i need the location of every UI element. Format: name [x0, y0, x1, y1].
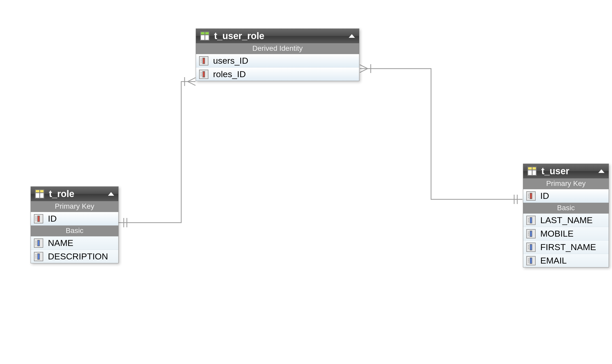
column-row[interactable]: users_ID [196, 54, 359, 68]
section-derived-identity: Derived Identity [196, 43, 359, 54]
column-icon [34, 238, 43, 248]
section-basic: Basic [523, 203, 609, 214]
fk-column-icon [199, 70, 208, 79]
column-row[interactable]: EMAIL [523, 254, 609, 267]
collapse-icon[interactable] [598, 169, 604, 173]
entity-t-user[interactable]: t_user Primary Key ID Basic LAST_NAME MO… [523, 164, 609, 267]
entity-t-role[interactable]: t_role Primary Key ID Basic NAME DESCRIP… [31, 186, 119, 263]
entity-titlebar[interactable]: t_user [523, 164, 609, 178]
collapse-icon[interactable] [108, 192, 114, 196]
table-icon [35, 189, 44, 199]
column-name: users_ID [213, 56, 248, 66]
column-name: DESCRIPTION [48, 251, 108, 261]
column-name: ID [48, 214, 57, 224]
column-icon [34, 252, 43, 261]
section-basic: Basic [31, 225, 118, 236]
entity-title: t_user [541, 166, 594, 177]
column-name: NAME [48, 238, 73, 248]
column-icon [526, 243, 536, 252]
column-name: ID [540, 191, 549, 201]
entity-t-user-role[interactable]: t_user_role Derived Identity users_ID ro… [196, 28, 359, 81]
column-row[interactable]: ID [523, 189, 609, 203]
column-row[interactable]: MOBILE [523, 227, 609, 241]
column-name: FIRST_NAME [540, 242, 596, 252]
column-name: EMAIL [540, 256, 567, 266]
entity-title: t_user_role [214, 31, 344, 41]
column-row[interactable]: NAME [31, 236, 118, 250]
table-icon [527, 166, 537, 176]
pk-column-icon [526, 191, 536, 201]
column-row[interactable]: DESCRIPTION [31, 250, 118, 263]
erd-canvas[interactable]: t_user_role Derived Identity users_ID ro… [0, 0, 612, 364]
column-row[interactable]: LAST_NAME [523, 214, 609, 227]
column-row[interactable]: ID [31, 212, 118, 225]
entity-title: t_role [49, 188, 103, 199]
column-icon [526, 216, 536, 225]
column-name: roles_ID [213, 69, 246, 79]
collapse-icon[interactable] [349, 34, 355, 38]
table-icon [200, 31, 209, 41]
pk-column-icon [34, 214, 43, 223]
section-primary-key: Primary Key [31, 201, 118, 212]
column-row[interactable]: FIRST_NAME [523, 241, 609, 254]
column-name: LAST_NAME [540, 215, 593, 225]
fk-column-icon [199, 56, 208, 65]
column-icon [526, 256, 536, 265]
section-primary-key: Primary Key [523, 178, 609, 189]
column-name: MOBILE [540, 229, 573, 239]
entity-titlebar[interactable]: t_role [31, 187, 118, 201]
column-row[interactable]: roles_ID [196, 68, 359, 81]
column-icon [526, 229, 536, 238]
entity-titlebar[interactable]: t_user_role [196, 29, 359, 43]
